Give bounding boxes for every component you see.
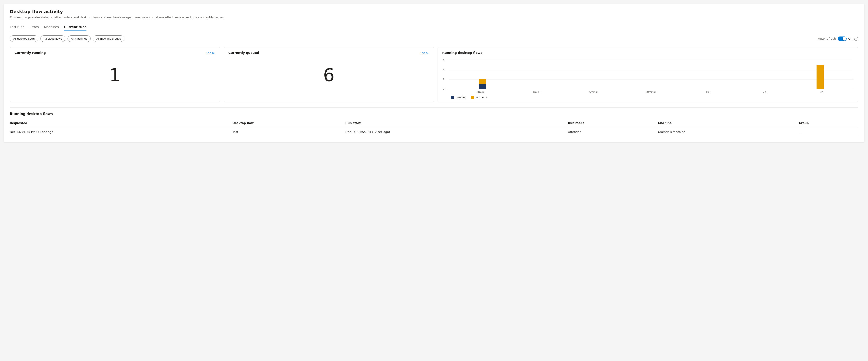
table-head: Requested Desktop flow Run start Run mod…: [10, 120, 858, 127]
x-label-30min: 30mins+: [646, 91, 657, 94]
auto-refresh-toggle[interactable]: [838, 36, 847, 41]
chart-area: 6 4 2 0: [442, 58, 854, 98]
tab-current-runs[interactable]: Current runs: [64, 23, 87, 31]
running-table: Requested Desktop flow Run start Run mod…: [10, 120, 858, 137]
cell-group: —: [799, 127, 858, 137]
chart-inner: 6 4 2 0: [449, 60, 854, 89]
x-label-lt1min: <1min: [474, 91, 485, 94]
currently-queued-value: 6: [228, 58, 429, 94]
currently-queued-see-all[interactable]: See all: [420, 51, 429, 55]
col-machine: Machine: [658, 120, 799, 127]
bar-lt1min-running: [479, 84, 486, 89]
currently-queued-header: Currently queued See all: [228, 51, 429, 55]
currently-running-see-all[interactable]: See all: [206, 51, 215, 55]
legend-queue-label: In queue: [475, 96, 487, 99]
tab-machines[interactable]: Machines: [44, 23, 59, 31]
info-icon[interactable]: i: [854, 37, 858, 41]
auto-refresh-state: On: [848, 37, 852, 40]
tabs-bar: Last runs Errors Machines Current runs: [10, 23, 858, 31]
filter-all-machines[interactable]: All machines: [67, 35, 91, 42]
y-label-2: 2: [443, 78, 444, 81]
running-flows-chart-card: Running desktop flows 6 4 2 0: [438, 47, 858, 102]
legend-in-queue: In queue: [471, 96, 487, 99]
bar-group-lt1min: [479, 79, 486, 89]
x-labels: <1min 1min+ 5mins+ 30mins+ 1h+ 2h+ 3h+: [449, 91, 854, 94]
y-label-4: 4: [443, 68, 444, 71]
col-run-start: Run start: [345, 120, 568, 127]
table-header-row: Requested Desktop flow Run start Run mod…: [10, 120, 858, 127]
currently-queued-card: Currently queued See all 6: [224, 47, 434, 102]
cell-desktop-flow: Test: [232, 127, 345, 137]
bars-container: [449, 60, 854, 89]
col-run-mode: Run mode: [568, 120, 658, 127]
legend-running-label: Running: [456, 96, 467, 99]
chart-legend: Running In queue: [449, 96, 854, 99]
bar-3h-queue: [816, 65, 824, 89]
currently-running-header: Currently running See all: [14, 51, 215, 55]
cell-machine: Quentin's machine: [658, 127, 799, 137]
cell-run-start: Dec 14, 01:55 PM (12 sec ago): [345, 127, 568, 137]
bar-stack-lt1min: [479, 79, 486, 89]
main-container: Desktop flow activity This section provi…: [4, 4, 864, 142]
currently-queued-title: Currently queued: [228, 51, 259, 55]
currently-running-value: 1: [14, 58, 215, 94]
currently-running-card: Currently running See all 1: [10, 47, 220, 102]
chart-header: Running desktop flows: [442, 51, 854, 55]
x-label-5min: 5mins+: [588, 91, 599, 94]
y-label-0: 0: [443, 88, 444, 90]
legend-queue-dot: [471, 96, 474, 99]
auto-refresh-control: Auto refresh On i: [818, 36, 858, 41]
cards-row: Currently running See all 1 Currently qu…: [10, 47, 858, 102]
table-row: Dec 14, 01:55 PM (31 sec ago) Test Dec 1…: [10, 127, 858, 137]
running-table-title: Running desktop flows: [10, 112, 858, 116]
chart-title: Running desktop flows: [442, 51, 482, 55]
cell-run-mode: Attended: [568, 127, 658, 137]
tab-last-runs[interactable]: Last runs: [10, 23, 24, 31]
legend-running: Running: [451, 96, 467, 99]
auto-refresh-label: Auto refresh: [818, 37, 836, 40]
currently-running-title: Currently running: [14, 51, 46, 55]
tab-errors[interactable]: Errors: [29, 23, 38, 31]
bar-lt1min-queue: [479, 79, 486, 84]
col-group: Group: [799, 120, 858, 127]
filter-row: All desktop flows All cloud flows All ma…: [10, 35, 858, 42]
bar-stack-3h: [816, 65, 824, 89]
x-label-1min: 1min+: [531, 91, 542, 94]
col-requested: Requested: [10, 120, 232, 127]
page-title: Desktop flow activity: [10, 9, 858, 14]
x-label-1h: 1h+: [703, 91, 714, 94]
filter-all-cloud-flows[interactable]: All cloud flows: [40, 35, 65, 42]
bar-group-3h: [816, 65, 824, 89]
page-subtitle: This section provides data to better und…: [10, 15, 858, 19]
x-label-3h: 3h+: [817, 91, 828, 94]
filter-all-machine-groups[interactable]: All machine groups: [93, 35, 124, 42]
filter-all-desktop-flows[interactable]: All desktop flows: [10, 35, 38, 42]
running-table-section: Running desktop flows Requested Desktop …: [10, 107, 858, 137]
col-desktop-flow: Desktop flow: [232, 120, 345, 127]
y-label-6: 6: [443, 59, 444, 62]
x-label-2h: 2h+: [760, 91, 771, 94]
cell-requested: Dec 14, 01:55 PM (31 sec ago): [10, 127, 232, 137]
table-body: Dec 14, 01:55 PM (31 sec ago) Test Dec 1…: [10, 127, 858, 137]
legend-running-dot: [451, 96, 454, 99]
